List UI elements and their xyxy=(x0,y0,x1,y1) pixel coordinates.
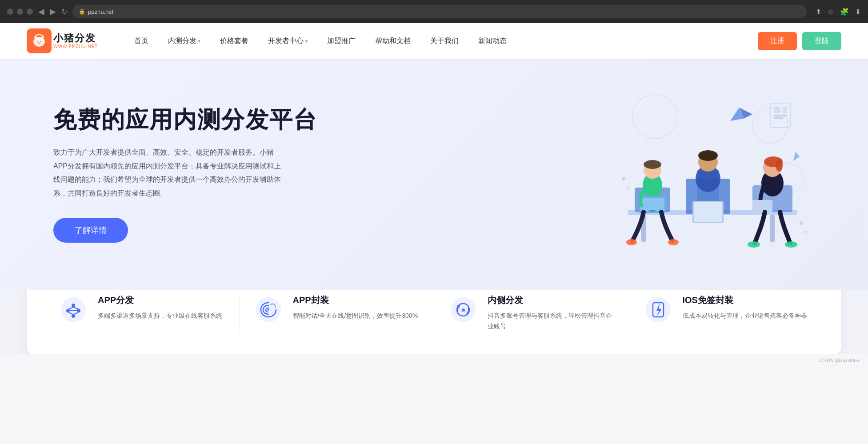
lock-icon: 🔒 xyxy=(79,8,85,15)
nav-item-pricing[interactable]: 价格套餐 xyxy=(210,23,258,59)
feature-item-internal: 免 内侧分发 抖音多账号管理与客服系统，轻松管理抖音企业账号 xyxy=(434,294,629,332)
svg-point-51 xyxy=(627,186,629,189)
svg-point-4 xyxy=(40,41,41,42)
svg-rect-26 xyxy=(640,198,664,211)
svg-point-3 xyxy=(37,41,38,42)
footer-note: CSDN @xxxxfdse xyxy=(0,354,868,367)
svg-point-49 xyxy=(785,241,797,248)
browser-forward-button[interactable]: ▶ xyxy=(50,8,56,16)
svg-point-42 xyxy=(776,159,783,172)
cube-icon-svg xyxy=(60,296,87,323)
browser-refresh-button[interactable]: ↻ xyxy=(61,8,67,16)
feature-text-ios: IOS免签封装 低成本易转化与管理，企业销售拓客必备神器 xyxy=(683,294,807,321)
svg-rect-15 xyxy=(774,117,784,119)
browser-address-bar[interactable]: 🔒 ppzhu.net xyxy=(72,5,807,18)
extensions-icon[interactable]: 🧩 xyxy=(840,8,849,16)
svg-rect-43 xyxy=(752,200,772,214)
nav-item-developer[interactable]: 开发者中心 ▾ xyxy=(258,23,317,59)
svg-point-7 xyxy=(42,36,44,39)
hero-content: 免费的应用内测分发平台 致力于为广大开发者提供全面、高效、安全、稳定的开发者服务… xyxy=(53,106,320,243)
feature-title-internal: 内侧分发 xyxy=(488,294,616,306)
free-icon-svg: 免 xyxy=(450,296,476,323)
svg-point-47 xyxy=(668,239,679,245)
svg-point-54 xyxy=(61,297,86,322)
hero-description: 致力于为广大开发者提供全面、高效、安全、稳定的开发者服务。小猪APP分发拥有国内… xyxy=(53,146,284,200)
login-button[interactable]: 登陆 xyxy=(802,32,841,50)
nav-item-news[interactable]: 新闻动态 xyxy=(468,23,516,59)
nav-arrow-developer: ▾ xyxy=(305,39,308,44)
hero-title: 免费的应用内测分发平台 xyxy=(53,106,320,133)
feature-desc-internal: 抖音多账号管理与客服系统，轻松管理抖音企业账号 xyxy=(488,311,616,332)
logo-subtitle: WWW.PPZHU.NET xyxy=(53,44,98,49)
browser-max-btn[interactable] xyxy=(27,8,33,15)
feature-text-app-wrapper: APP封装 智能对话/全天在线/意图识别，效率提升300% xyxy=(293,294,418,321)
logo-link[interactable]: 小猪分发 WWW.PPZHU.NET xyxy=(27,28,98,53)
navbar: 小猪分发 WWW.PPZHU.NET 首页 内测分发 ▾ 价格套餐 开发者中心 … xyxy=(0,23,868,59)
logo-title: 小猪分发 xyxy=(53,32,98,44)
feature-desc-app-wrapper: 智能对话/全天在线/意图识别，效率提升300% xyxy=(293,311,418,321)
svg-point-8 xyxy=(632,94,677,139)
nav-item-about[interactable]: 关于我们 xyxy=(420,23,468,59)
feature-title-app-distribution: APP分发 xyxy=(98,294,222,306)
feature-icon-ios xyxy=(643,294,674,325)
feature-icon-cube xyxy=(58,294,89,325)
nav-buttons: 注册 登陆 xyxy=(758,32,841,50)
svg-text:免: 免 xyxy=(461,308,466,312)
feature-item-ios: IOS免签封装 低成本易转化与管理，企业销售拓客必备神器 xyxy=(629,294,824,332)
svg-point-27 xyxy=(649,210,656,212)
svg-point-48 xyxy=(748,241,760,248)
feature-icon-free: 免 xyxy=(448,294,479,325)
feature-text-app-distribution: APP分发 多端多渠道多场景支持，专业级在线客服系统 xyxy=(98,294,222,321)
feature-desc-ios: 低成本易转化与管理，企业销售拓客必备神器 xyxy=(683,311,807,321)
svg-point-5 xyxy=(38,42,40,44)
svg-point-58 xyxy=(72,314,75,318)
browser-back-button[interactable]: ◀ xyxy=(38,8,44,16)
svg-point-35 xyxy=(698,150,718,161)
svg-rect-14 xyxy=(774,115,787,116)
browser-url: ppzhu.net xyxy=(88,8,113,15)
register-button[interactable]: 注册 xyxy=(758,32,797,50)
svg-point-50 xyxy=(622,177,625,180)
nav-arrow-beta: ▾ xyxy=(198,39,200,44)
browser-close-btn[interactable] xyxy=(7,8,13,15)
hero-illustration xyxy=(320,90,815,259)
feature-icon-robot xyxy=(253,294,284,325)
ios-icon-svg xyxy=(645,296,672,323)
browser-chrome: ◀ ▶ ↻ 🔒 ppzhu.net ⬆ ☆ 🧩 ⬇ xyxy=(0,0,868,23)
logo-text: 小猪分发 WWW.PPZHU.NET xyxy=(53,32,98,49)
download-icon[interactable]: ⬇ xyxy=(855,8,861,16)
hero-svg xyxy=(601,90,815,259)
nav-item-help[interactable]: 帮助和文档 xyxy=(365,23,420,59)
hero-section: 免费的应用内测分发平台 致力于为广大开发者提供全面、高效、安全、稳定的开发者服务… xyxy=(0,59,868,290)
svg-point-57 xyxy=(77,309,80,312)
svg-point-65 xyxy=(268,309,269,311)
browser-action-icons: ⬆ ☆ 🧩 ⬇ xyxy=(816,8,861,16)
svg-rect-45 xyxy=(770,215,775,242)
feature-title-ios: IOS免签封装 xyxy=(683,294,807,306)
svg-point-24 xyxy=(644,160,661,169)
feature-item-app-wrapper: APP封装 智能对话/全天在线/意图识别，效率提升300% xyxy=(240,294,435,332)
svg-point-56 xyxy=(66,309,70,312)
svg-point-52 xyxy=(800,221,803,225)
browser-min-btn[interactable] xyxy=(17,8,23,15)
share-icon[interactable]: ⬆ xyxy=(816,8,821,16)
nav-item-beta[interactable]: 内测分发 ▾ xyxy=(158,23,210,59)
svg-rect-37 xyxy=(694,202,722,222)
nav-links: 首页 内测分发 ▾ 价格套餐 开发者中心 ▾ 加盟推广 帮助和文档 关于我们 新… xyxy=(124,23,758,59)
browser-window-controls xyxy=(7,8,33,15)
nav-item-home[interactable]: 首页 xyxy=(124,23,158,59)
svg-rect-13 xyxy=(783,107,787,113)
nav-item-affiliate[interactable]: 加盟推广 xyxy=(317,23,365,59)
logo-icon xyxy=(27,28,52,53)
feature-item-app-distribution: APP分发 多端多渠道多场景支持，专业级在线客服系统 xyxy=(44,294,240,332)
feature-desc-app-distribution: 多端多渠道多场景支持，专业级在线客服系统 xyxy=(98,311,222,321)
svg-point-53 xyxy=(804,231,807,233)
bookmark-icon[interactable]: ☆ xyxy=(828,8,834,16)
feature-text-internal: 内侧分发 抖音多账号管理与客服系统，轻松管理抖音企业账号 xyxy=(488,294,616,332)
svg-marker-19 xyxy=(790,151,800,161)
footer-note-text: CSDN @xxxxfdse xyxy=(820,358,859,363)
svg-point-6 xyxy=(35,36,37,39)
feature-title-app-wrapper: APP封装 xyxy=(293,294,418,306)
learn-more-button[interactable]: 了解详情 xyxy=(53,218,128,243)
svg-rect-12 xyxy=(774,107,780,113)
